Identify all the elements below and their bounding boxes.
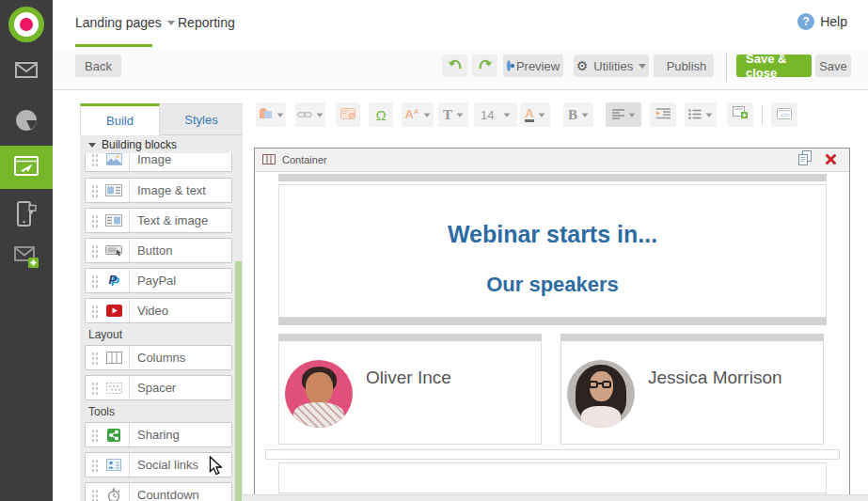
rail-landing-pages-item[interactable]	[0, 146, 53, 189]
speaker-card[interactable]: Oliver Ince	[278, 334, 542, 445]
speaker-photo-oliver[interactable]	[285, 360, 353, 428]
rail-statistics-item[interactable]	[0, 105, 53, 139]
duplicate-icon[interactable]	[798, 150, 812, 169]
block-item-social-links[interactable]: Social links	[85, 452, 232, 478]
sharing-icon	[103, 429, 125, 442]
drag-handle-icon[interactable]	[91, 243, 99, 258]
back-button[interactable]: Back	[75, 55, 121, 77]
block-label: Spacer	[137, 381, 176, 395]
chevron-down-icon	[582, 113, 589, 117]
embed-code-icon: </>	[777, 106, 792, 123]
drag-handle-icon[interactable]	[91, 488, 99, 501]
utilities-button[interactable]: ⚙ Utilities	[574, 55, 649, 77]
drag-handle-icon[interactable]	[91, 458, 99, 473]
speaker-name[interactable]: Oliver Ince	[366, 368, 451, 388]
panel-scrollbar-thumb[interactable]	[235, 261, 242, 501]
chevron-down-icon	[457, 113, 464, 117]
block-item-columns[interactable]: Columns	[85, 345, 232, 370]
block-item-countdown[interactable]: Countdown	[85, 482, 232, 501]
font-scale-icon: AA	[404, 107, 418, 121]
bold-icon: B	[568, 107, 577, 123]
image-text-icon	[103, 184, 125, 196]
group-label-layout: Layout	[88, 328, 122, 341]
drag-handle-icon[interactable]	[91, 428, 99, 443]
add-block-icon	[733, 106, 748, 123]
drag-handle-icon[interactable]	[91, 304, 99, 319]
empty-section-block[interactable]	[278, 462, 827, 493]
rail-email-item[interactable]	[0, 55, 53, 88]
speaker-photo-jessica[interactable]	[567, 360, 635, 428]
publish-button[interactable]: Publish	[654, 55, 714, 77]
bullet-list-icon	[688, 106, 702, 123]
speakers-subheadline[interactable]: Our speakers	[279, 248, 826, 297]
rail-new-email-item[interactable]	[0, 243, 53, 276]
bold-button[interactable]: B	[563, 102, 593, 127]
mobile-app-icon	[17, 201, 37, 231]
block-item-paypal[interactable]: PP PayPal	[85, 268, 232, 293]
speaker-name[interactable]: Jessica Morrison	[648, 368, 782, 388]
speaker-card[interactable]: Jessica Morrison	[560, 334, 824, 445]
tab-styles[interactable]: Styles	[160, 103, 243, 135]
merge-shapes-button[interactable]	[256, 102, 286, 127]
special-character-button[interactable]: Ω	[369, 102, 393, 127]
font-size-select[interactable]: 14	[474, 102, 517, 127]
drag-handle-icon[interactable]	[91, 213, 99, 228]
block-item-button[interactable]: Button	[85, 238, 232, 263]
font-color-button[interactable]: A	[520, 102, 550, 127]
collapse-triangle-icon	[88, 143, 96, 148]
top-navigation-bar: Landing pages Reporting ? Help	[53, 0, 868, 48]
tab-build[interactable]: Build	[80, 103, 160, 135]
video-icon	[103, 305, 125, 317]
drag-handle-icon[interactable]	[91, 153, 99, 167]
help-button[interactable]: ? Help	[797, 13, 847, 30]
preview-button[interactable]: Preview	[503, 55, 563, 77]
save-and-close-button[interactable]: Save & close	[736, 55, 812, 77]
email-field-button[interactable]: @	[336, 102, 360, 127]
chevron-down-icon	[317, 113, 324, 117]
link-icon	[297, 106, 312, 123]
list-button[interactable]	[685, 102, 717, 127]
building-blocks-section-toggle[interactable]: Building blocks	[88, 138, 177, 151]
rail-mobile-item[interactable]	[0, 199, 53, 233]
container-header[interactable]: Container	[255, 149, 849, 172]
drag-handle-icon[interactable]	[91, 274, 99, 289]
nav-reporting[interactable]: Reporting	[178, 15, 235, 30]
save-button[interactable]: Save	[815, 55, 851, 77]
dropzone-bar	[278, 174, 827, 181]
indent-button[interactable]	[650, 102, 676, 127]
drag-handle-icon[interactable]	[91, 351, 99, 366]
font-scale-button[interactable]: AA	[402, 102, 434, 127]
webinar-headline[interactable]: Webinar starts in...	[279, 185, 826, 248]
delete-icon[interactable]	[826, 151, 836, 168]
block-label: Image & text	[137, 183, 206, 197]
block-item-sharing[interactable]: Sharing	[85, 422, 232, 447]
nav-landing-pages[interactable]: Landing pages	[75, 15, 175, 30]
undo-button[interactable]	[442, 55, 467, 77]
block-label: Text & image	[137, 213, 208, 227]
headline-text-block[interactable]: Webinar starts in... Our speakers	[278, 184, 827, 318]
link-button[interactable]	[295, 102, 325, 127]
block-label: Columns	[137, 351, 185, 365]
block-item-image-text[interactable]: Image & text	[85, 178, 232, 203]
countdown-icon	[103, 488, 125, 501]
add-block-button[interactable]	[727, 102, 753, 127]
empty-row-block[interactable]	[265, 449, 840, 460]
redo-button[interactable]	[472, 55, 497, 77]
drag-handle-icon[interactable]	[91, 381, 99, 396]
block-label: Social links	[137, 458, 198, 472]
font-family-button[interactable]: T	[438, 102, 468, 127]
utilities-label: Utilities	[593, 59, 633, 73]
embed-code-button[interactable]: </>	[771, 102, 797, 127]
drag-handle-icon[interactable]	[91, 183, 99, 198]
block-item-text-image[interactable]: Text & image	[85, 208, 232, 233]
block-item-image[interactable]: Image	[85, 153, 232, 172]
block-label: Sharing	[137, 428, 180, 442]
align-button[interactable]	[606, 102, 641, 127]
block-item-spacer[interactable]: Spacer	[85, 375, 232, 400]
brand-logo[interactable]	[8, 7, 44, 42]
chevron-down-icon	[167, 21, 175, 25]
block-item-video[interactable]: Video	[85, 298, 232, 323]
preview-label: Preview	[516, 59, 560, 73]
canvas-horizontal-scrollbar[interactable]	[243, 494, 868, 501]
chevron-down-icon	[504, 113, 511, 117]
